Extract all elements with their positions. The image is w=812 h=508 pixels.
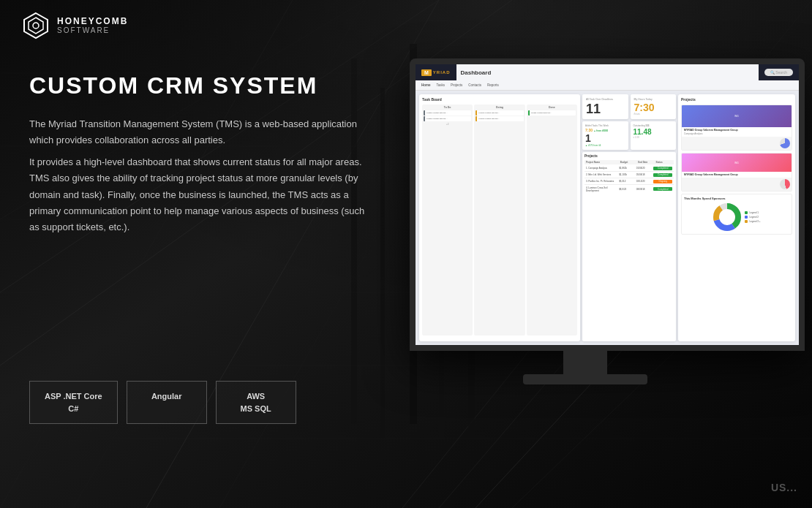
stat-overdue-value: 11 <box>586 102 625 115</box>
project-row-2-budget: $1,100k <box>619 173 635 176</box>
tech-badge-asp-label: ASP .NET CoreC# <box>45 392 102 413</box>
project-row-4-status: Completed <box>653 187 672 191</box>
svg-point-27 <box>33 23 39 29</box>
tech-badge-asp: ASP .NET CoreC# <box>29 381 118 424</box>
kanban-count: +2 <box>424 123 471 126</box>
project-row-4-date: 08/09/18 <box>636 188 653 191</box>
description-part-1: The Myriad Transition Management System … <box>29 116 366 148</box>
legend-3: Legend 3 + <box>749 220 760 223</box>
stat-time-label: My Hours Today <box>634 98 673 101</box>
monitor-stand-base <box>523 374 647 384</box>
logo-title: HONEYCOMB <box>57 17 128 26</box>
stat-time-value: 7:30 <box>634 102 673 113</box>
kanban-card-doing: Create Content with the... <box>475 110 523 115</box>
stat-tasks-label: Added Tasks This Week <box>585 124 625 127</box>
header: HONEYCOMB SOFTWARE <box>0 0 812 51</box>
tech-badges: ASP .NET CoreC# Angular AWSMS SQL <box>29 381 296 424</box>
donut-chart <box>713 202 742 232</box>
project-row-3-status: Ongoing <box>653 180 672 183</box>
project-row-1-date: 01/04/20 <box>636 167 653 170</box>
svg-marker-26 <box>29 18 43 34</box>
svg-marker-25 <box>24 13 48 38</box>
col-budget: Budget <box>620 161 636 164</box>
page-title: CUSTOM CRM SYSTEM <box>29 73 366 99</box>
dash-brand-text: YRIAD <box>433 70 451 75</box>
dashboard-screenshot: M YRIAD Dashboard 🔍 Search Home Tasks Pr… <box>416 64 799 345</box>
col-status: Status <box>656 161 672 164</box>
legend-1: Legend 1 <box>749 211 759 214</box>
kanban-card-done: Create Content with the... <box>528 110 576 115</box>
logo: HONEYCOMB SOFTWARE <box>22 12 128 39</box>
stat-outstanding-value: 11.48 <box>634 128 674 136</box>
project-row-4-name: 4. Luminox Cross-Soil Development <box>586 186 617 192</box>
kanban-card: Create Content with the... <box>424 116 471 121</box>
tech-badge-aws: AWSMS SQL <box>216 381 296 424</box>
project-row-4-budget: $6,0/22 <box>619 188 635 191</box>
col-project-name: Project Name <box>586 161 619 164</box>
dash-tab-tasks: Tasks <box>437 83 446 87</box>
project-row-3-date: 02/12/20 <box>636 180 653 183</box>
tech-badge-angular-label: Angular <box>151 392 182 401</box>
projects-title: Projects <box>584 154 674 158</box>
stat-outstanding-label: Outstanding $$$ <box>634 124 674 127</box>
monitor-mockup: M YRIAD Dashboard 🔍 Search Home Tasks Pr… <box>380 58 812 482</box>
project-row-1-status: Completed <box>653 167 672 170</box>
stat-overdue-label: All Task Over Deadlines <box>586 98 625 101</box>
svg-point-32 <box>721 211 734 224</box>
col-doing: Doing <box>475 106 523 109</box>
monitor-wrapper: M YRIAD Dashboard 🔍 Search Home Tasks Pr… <box>380 58 812 482</box>
col-todo: To Do <box>424 106 471 109</box>
main-content: CUSTOM CRM SYSTEM The Myriad Transition … <box>29 73 366 241</box>
project-card-1-sub: Campaign Analysis <box>684 132 789 135</box>
logo-text: HONEYCOMB SOFTWARE <box>57 17 128 34</box>
tech-badge-aws-label: AWSMS SQL <box>241 392 271 413</box>
monitor-screen: M YRIAD Dashboard 🔍 Search Home Tasks Pr… <box>410 58 805 351</box>
logo-icon <box>22 12 50 39</box>
dash-tab-reports: Reports <box>487 83 499 87</box>
description-part-2: It provides a high-level dashboard that … <box>29 154 366 235</box>
project-card-2-img: IMG <box>733 160 740 166</box>
tech-badge-angular: Angular <box>127 381 207 424</box>
project-row-2-name: 2. Miro Ltd. Web Services <box>586 173 617 176</box>
project-row-1-budget: $1,862k <box>619 167 635 170</box>
dash-search: 🔍 Search <box>764 69 793 76</box>
dash-tab-home: Home <box>421 83 431 87</box>
dash-tab-projects: Projects <box>451 83 462 87</box>
project-card-1-img: IMG <box>733 113 740 119</box>
stat-tasks-value: 1 <box>585 132 625 144</box>
dash-tab-contacts: Contacts <box>468 83 481 87</box>
project-row-3-name: 3. Padiloc Inc. Pr. Relociates <box>586 180 617 183</box>
project-row-3-budget: $5,312 <box>619 180 635 183</box>
kanban-card-doing-2: Create Content with the... <box>475 116 523 121</box>
project-row-2-status: Completed <box>653 173 672 177</box>
kanban-card: Create Content with the... <box>424 110 471 115</box>
dash-brand-logo: M <box>421 69 432 76</box>
donut-title: This Months Spend Sponsors <box>684 197 789 200</box>
col-end-date: End Date <box>638 161 654 164</box>
logo-subtitle: SOFTWARE <box>57 26 128 34</box>
kanban-title: Task Board <box>422 97 577 102</box>
project-card-1-title: MYRIAD Group Valorem Management Group <box>684 129 789 132</box>
project-row-1-name: 1. Campaign Analysis <box>586 167 617 170</box>
project-card-2-title: MYRIAD Group Valorem Management Group <box>684 173 789 176</box>
project-row-2-date: 05/04/18 <box>636 173 653 176</box>
stat-tasks-change: ▲ #375 from #4 <box>585 144 625 147</box>
stat-outstanding-sub: x 1.08 <box>634 136 674 139</box>
projects-side-title: Projects <box>681 97 792 102</box>
col-done: Done <box>528 106 576 109</box>
bottom-right-label: US... <box>771 482 797 493</box>
dash-title: Dashboard <box>456 64 759 80</box>
legend-2: Legend 2 <box>749 216 759 219</box>
